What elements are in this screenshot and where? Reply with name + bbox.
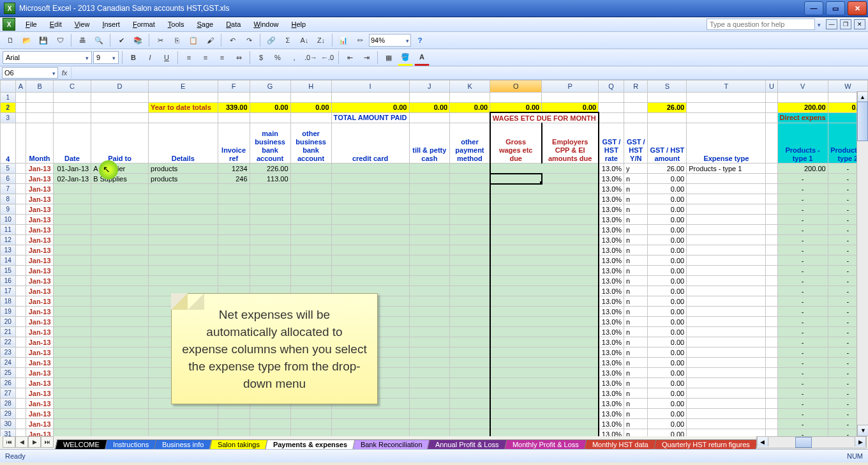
cell[interactable] <box>766 307 777 317</box>
cell[interactable] <box>53 368 91 378</box>
cell[interactable] <box>149 184 218 194</box>
cell[interactable] <box>290 235 331 245</box>
cell[interactable] <box>490 307 542 317</box>
cell[interactable] <box>91 337 149 347</box>
cell[interactable]: n <box>624 388 648 399</box>
cell[interactable] <box>450 184 490 194</box>
cell[interactable]: Jan-13 <box>26 204 53 215</box>
decrease-decimal-icon[interactable]: ←.0 <box>320 50 335 65</box>
cell[interactable] <box>409 388 450 399</box>
cell[interactable] <box>450 215 490 225</box>
cell[interactable] <box>766 174 777 184</box>
col-header[interactable]: R <box>624 80 648 93</box>
cell[interactable]: 13.0% <box>599 419 624 429</box>
cell[interactable] <box>250 429 290 437</box>
cell[interactable] <box>687 204 766 215</box>
cell[interactable] <box>91 368 149 378</box>
cell[interactable]: 13.0% <box>599 194 624 204</box>
cell[interactable]: 13.0% <box>599 255 624 266</box>
cell[interactable] <box>53 307 91 317</box>
cell[interactable] <box>15 225 26 235</box>
cell[interactable] <box>15 358 26 368</box>
cell[interactable]: 0.00 <box>648 388 687 399</box>
cell[interactable]: n <box>624 327 648 337</box>
cell[interactable]: n <box>624 286 648 296</box>
cell[interactable] <box>331 255 409 266</box>
cell[interactable]: 0.00 <box>648 378 687 388</box>
cell[interactable] <box>15 266 26 276</box>
cell[interactable]: Jan-13 <box>26 388 53 399</box>
cell[interactable]: n <box>624 337 648 347</box>
row-header[interactable]: 4 <box>1 123 16 164</box>
row-header[interactable]: 10 <box>1 215 16 225</box>
zoom-combo[interactable]: 94% <box>369 34 411 47</box>
col-header[interactable]: E <box>149 80 218 93</box>
autosum-icon[interactable]: Σ <box>280 33 296 48</box>
cell[interactable]: 0.00 <box>648 276 687 286</box>
cell[interactable] <box>490 286 542 296</box>
cell[interactable] <box>542 255 599 266</box>
align-left-icon[interactable]: ≡ <box>181 50 197 65</box>
cell[interactable]: 02-Jan-13 <box>53 174 91 184</box>
cell[interactable] <box>331 266 409 276</box>
cell[interactable]: Jan-13 <box>26 317 53 327</box>
cell[interactable] <box>409 245 450 255</box>
col-header[interactable]: G <box>250 80 290 93</box>
maximize-button[interactable]: ▭ <box>826 1 845 15</box>
cell[interactable] <box>53 429 91 437</box>
cell[interactable]: - <box>777 317 828 327</box>
cell[interactable] <box>15 164 26 174</box>
cell[interactable]: 13.0% <box>599 235 624 245</box>
cell[interactable] <box>490 174 542 184</box>
cell[interactable] <box>53 266 91 276</box>
cell[interactable]: - <box>777 296 828 307</box>
cell[interactable]: 13.0% <box>599 409 624 419</box>
row-header[interactable]: 25 <box>1 368 16 378</box>
cell[interactable]: - <box>777 347 828 358</box>
permission-icon[interactable]: 🛡 <box>52 33 68 48</box>
cell[interactable]: 0.00 <box>648 184 687 194</box>
scroll-left-icon[interactable]: ◀ <box>757 437 768 446</box>
cell[interactable] <box>450 409 490 419</box>
cell[interactable]: 0.00 <box>648 317 687 327</box>
cell[interactable]: Jan-13 <box>26 327 53 337</box>
cell[interactable] <box>409 184 450 194</box>
col-header[interactable]: U <box>766 80 777 93</box>
cell[interactable] <box>53 184 91 194</box>
cell[interactable]: n <box>624 307 648 317</box>
menu-format[interactable]: Format <box>126 19 161 29</box>
cell[interactable]: n <box>624 215 648 225</box>
cell[interactable]: 13.0% <box>599 245 624 255</box>
cell[interactable]: 0.00 <box>648 399 687 409</box>
cell[interactable] <box>409 419 450 429</box>
cell[interactable]: 13.0% <box>599 266 624 276</box>
cell[interactable]: 226.00 <box>250 164 290 174</box>
cell[interactable] <box>15 174 26 184</box>
cell[interactable] <box>687 347 766 358</box>
cell[interactable] <box>687 327 766 337</box>
row-header[interactable]: 31 <box>1 429 16 437</box>
merge-icon[interactable]: ⇔ <box>231 50 246 65</box>
print-icon[interactable]: 🖶 <box>75 33 90 48</box>
menu-file[interactable]: File <box>19 19 43 29</box>
cell[interactable] <box>490 337 542 347</box>
cell[interactable] <box>409 368 450 378</box>
cell[interactable]: n <box>624 245 648 255</box>
sheet-tab[interactable]: Salon takings <box>209 439 267 449</box>
cell[interactable]: 0.00 <box>648 255 687 266</box>
cell[interactable] <box>250 204 290 215</box>
cell[interactable] <box>218 215 250 225</box>
cell[interactable] <box>91 184 149 194</box>
row-header[interactable]: 24 <box>1 358 16 368</box>
cell[interactable] <box>687 388 766 399</box>
col-header[interactable]: J <box>409 80 450 93</box>
cell[interactable]: 1234 <box>218 164 250 174</box>
cell[interactable]: 13.0% <box>599 378 624 388</box>
cell[interactable] <box>250 235 290 245</box>
cell[interactable] <box>15 204 26 215</box>
row-header[interactable]: 21 <box>1 327 16 337</box>
cell[interactable] <box>91 266 149 276</box>
cell[interactable]: 13.0% <box>599 286 624 296</box>
cell[interactable] <box>53 388 91 399</box>
cell[interactable] <box>687 378 766 388</box>
